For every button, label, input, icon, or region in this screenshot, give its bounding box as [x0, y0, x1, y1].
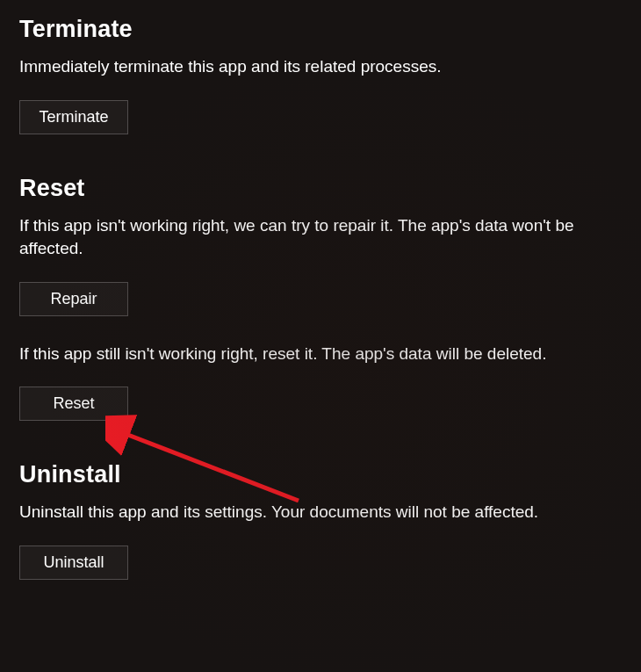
terminate-title: Terminate: [19, 16, 622, 43]
uninstall-button[interactable]: Uninstall: [19, 546, 128, 580]
reset-sub-block: If this app still isn't working right, r…: [19, 343, 622, 422]
reset-section: Reset If this app isn't working right, w…: [19, 175, 622, 422]
uninstall-title: Uninstall: [19, 461, 622, 488]
repair-button[interactable]: Repair: [19, 282, 128, 316]
terminate-section: Terminate Immediately terminate this app…: [19, 16, 622, 134]
reset-title: Reset: [19, 175, 622, 202]
terminate-button[interactable]: Terminate: [19, 100, 128, 134]
terminate-description: Immediately terminate this app and its r…: [19, 55, 616, 79]
uninstall-section: Uninstall Uninstall this app and its set…: [19, 461, 622, 580]
repair-description: If this app isn't working right, we can …: [19, 214, 616, 261]
uninstall-description: Uninstall this app and its settings. You…: [19, 501, 616, 524]
reset-button[interactable]: Reset: [19, 387, 128, 421]
reset-description: If this app still isn't working right, r…: [19, 343, 616, 366]
